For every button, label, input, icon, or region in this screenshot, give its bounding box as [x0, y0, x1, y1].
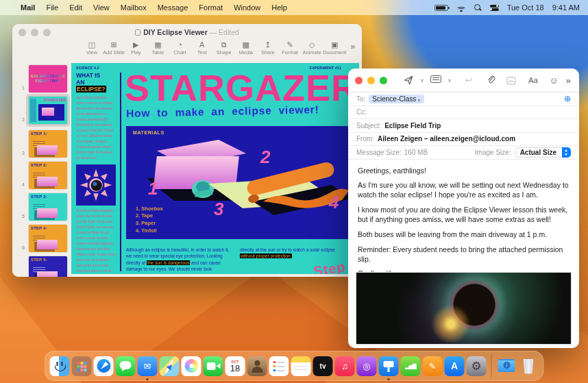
slide-paragraph-1: An eclipse happens when a moon or planet… — [76, 95, 116, 161]
cc-field[interactable]: Cc: — [348, 106, 579, 120]
play-button[interactable]: ▶Play — [125, 40, 147, 55]
to-field[interactable]: To: Science-Class∨ ⊕ — [348, 92, 579, 106]
format-button[interactable]: ✎Format — [279, 40, 301, 55]
slide-navigator[interactable]: SOLAR ECLIPSE FIELD TRIP! 1 STARGAZER 2 … — [12, 63, 71, 277]
share-icon: ↥ — [257, 40, 279, 49]
menu-help[interactable]: Help — [271, 3, 287, 12]
dock-safari-icon[interactable] — [94, 356, 114, 376]
wifi-icon[interactable] — [456, 4, 466, 12]
dock-numbers-icon[interactable]: ▂▅▇ — [401, 356, 421, 376]
emoji-icon[interactable]: ☺ — [545, 75, 563, 86]
chevron-down-icon[interactable]: ∨ — [417, 77, 427, 84]
dock-music-icon[interactable]: ♫ — [335, 356, 355, 376]
add-slide-button[interactable]: ⊞Add Slide — [103, 40, 125, 55]
dock-messages-icon[interactable] — [116, 356, 136, 376]
text-button[interactable]: AText — [191, 40, 213, 55]
minimize-icon[interactable] — [367, 77, 375, 84]
dock-pages-icon[interactable]: ✎ — [423, 356, 443, 376]
shape-button[interactable]: ⧉Shape — [213, 40, 235, 55]
dock-downloads-icon[interactable] — [497, 356, 517, 376]
keynote-titlebar[interactable]: DIY Eclipse Viewer — Edited — [12, 24, 362, 40]
insert-photo-icon[interactable] — [502, 75, 520, 85]
slide-canvas[interactable]: SCIENCE 4.2 EXPERIMENT #11 WHAT ISAN ECL… — [71, 63, 359, 274]
menu-edit[interactable]: Edit — [69, 3, 82, 12]
media-button[interactable]: ▩Media — [235, 40, 257, 55]
dock-settings-icon[interactable]: ⚙ — [467, 356, 487, 376]
add-recipient-icon[interactable]: ⊕ — [564, 94, 571, 103]
menu-file[interactable]: File — [46, 3, 58, 12]
close-icon[interactable] — [355, 77, 363, 84]
dock-trash-icon[interactable] — [519, 356, 539, 376]
dock-launchpad-icon[interactable] — [72, 356, 92, 376]
header-fields-icon[interactable] — [427, 75, 445, 85]
chevron-down-icon[interactable]: ∨ — [445, 77, 454, 84]
dock-photos-icon[interactable] — [182, 356, 201, 376]
dock-divider — [491, 354, 492, 378]
view-button[interactable]: ◫View — [81, 40, 103, 55]
slide-kicker-left: SCIENCE 4.2 — [76, 66, 99, 70]
running-indicator — [147, 378, 149, 380]
menu-message[interactable]: Message — [158, 3, 188, 12]
popup-stepper-icon[interactable] — [562, 147, 571, 158]
dock-calendar-icon[interactable]: OCT18 — [225, 356, 245, 376]
menu-view[interactable]: View — [93, 3, 110, 12]
desktop: DIY Eclipse Viewer — Edited ◫View ⊞Add S… — [0, 0, 588, 383]
svg-text:3: 3 — [214, 199, 224, 217]
recipient-token[interactable]: Science-Class∨ — [369, 95, 424, 103]
attach-icon[interactable] — [482, 75, 500, 86]
menu-window[interactable]: Window — [234, 3, 260, 12]
dock-appstore-icon[interactable]: A — [445, 356, 465, 376]
body-paragraph: Reminder: Every student needs to bring t… — [358, 245, 569, 264]
zoom-icon[interactable] — [380, 77, 387, 84]
menu-bar-time[interactable]: 9:41 AM — [552, 3, 580, 12]
dock-contacts-icon[interactable] — [247, 356, 267, 376]
animate-icon: ◇ — [301, 40, 323, 49]
toolbar-overflow-icon[interactable]: » — [566, 75, 579, 86]
eclipse-attachment-image[interactable] — [356, 272, 572, 345]
mail-traffic-lights[interactable] — [348, 77, 387, 84]
image-size-popup[interactable]: Image Size: Actual Size — [475, 147, 571, 158]
keynote-window[interactable]: DIY Eclipse Viewer — Edited ◫View ⊞Add S… — [12, 24, 362, 277]
menu-format[interactable]: Format — [199, 3, 223, 12]
media-icon: ▩ — [235, 40, 257, 49]
keynote-window-title: DIY Eclipse Viewer — Edited — [12, 28, 362, 36]
menu-bar-date[interactable]: Tue Oct 18 — [507, 3, 544, 12]
reply-icon[interactable]: ↩ — [460, 75, 478, 85]
dock-keynote-icon[interactable] — [379, 356, 399, 376]
dock-tv-icon[interactable]: tv — [313, 356, 333, 376]
slide-footer-col1: Although an eclipse is beautiful, in ord… — [126, 247, 232, 272]
chart-icon: ◔ — [169, 40, 191, 49]
send-icon[interactable] — [400, 75, 417, 86]
share-button[interactable]: ↥Share — [257, 40, 279, 55]
subject-field[interactable]: Subject: Eclipse Field Trip — [348, 119, 579, 133]
search-icon[interactable] — [474, 4, 482, 12]
slide-left-column: WHAT ISAN ECLIPSE? An eclipse happens wh… — [76, 73, 116, 274]
dock-finder-icon[interactable] — [50, 356, 70, 376]
shape-icon: ⧉ — [213, 40, 235, 49]
table-button[interactable]: ▦Table — [147, 40, 169, 55]
dock-reminders-icon[interactable] — [269, 356, 289, 376]
body-paragraph: As I'm sure you all know, we will be set… — [358, 181, 569, 200]
mail-compose-window[interactable]: ∨ ∨ ↩ Aa ☺ » To: Science-Class∨ ⊕ Cc: Su… — [348, 69, 579, 348]
svg-text:4: 4 — [328, 192, 339, 212]
format-fonts-button[interactable]: Aa — [524, 76, 542, 84]
dock-notes-icon[interactable] — [291, 356, 311, 376]
menu-app-name[interactable]: Mail — [21, 3, 35, 12]
dock-mail-icon[interactable]: ✉ — [138, 356, 158, 376]
control-center-icon[interactable] — [490, 5, 499, 11]
add-slide-icon: ⊞ — [103, 40, 125, 49]
document-sidebar-icon: ▣ — [323, 40, 346, 49]
document-button[interactable]: ▣Document — [323, 40, 346, 55]
toolbar-overflow-icon[interactable]: » — [350, 40, 355, 51]
menu-mailbox[interactable]: Mailbox — [121, 3, 147, 12]
battery-icon[interactable] — [434, 5, 448, 11]
from-field[interactable]: From: Aileen Zeigen – aileen.zeigen@iclo… — [348, 133, 579, 147]
animate-button[interactable]: ◇Animate — [301, 40, 323, 55]
dock-facetime-icon[interactable] — [204, 356, 223, 376]
dock-maps-icon[interactable] — [160, 356, 180, 376]
slide-title: STARGAZER — [125, 66, 359, 109]
dock-podcasts-icon[interactable]: ◎ — [357, 356, 377, 376]
materials-illustration: 1 2 3 4 — [126, 136, 352, 217]
materials-list: 1. Shoebox 2. Tape 3. Paper 4. Tinfoil — [136, 206, 163, 236]
chart-button[interactable]: ◔Chart — [169, 40, 191, 55]
